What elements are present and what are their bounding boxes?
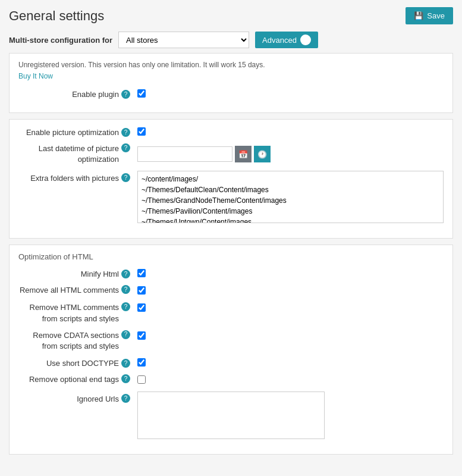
notice-card: Unregistered version. This version has o… — [9, 53, 453, 113]
enable-plugin-row: Enable plugin ? — [18, 89, 444, 99]
remove-all-html-comments-checkbox[interactable] — [137, 286, 146, 295]
extra-folders-label: Extra folders with pictures ? — [18, 171, 137, 184]
html-section-title: Optimization of HTML — [18, 252, 444, 261]
enable-plugin-label: Enable plugin ? — [18, 90, 137, 99]
use-short-doctype-checkbox[interactable] — [137, 358, 146, 367]
store-select[interactable]: All stores — [118, 32, 249, 48]
remove-cdata-row: Remove CDATA sections from scripts and s… — [18, 330, 444, 352]
ignored-urls-help-icon[interactable]: ? — [121, 394, 130, 403]
remove-all-html-comments-label: Remove all HTML comments ? — [18, 285, 137, 296]
use-short-doctype-label: Use short DOCTYPE ? — [18, 359, 137, 368]
minify-html-label: Minify Html ? — [18, 270, 137, 278]
toolbar-row: Multi-store configuration for All stores… — [9, 32, 453, 48]
enable-picture-help-icon[interactable]: ? — [121, 128, 130, 137]
datetime-input[interactable] — [137, 146, 232, 162]
toggle-circle — [300, 35, 311, 45]
minify-html-help-icon[interactable]: ? — [121, 270, 130, 278]
remove-all-html-comments-row: Remove all HTML comments ? — [18, 285, 444, 296]
datetime-help-icon[interactable]: ? — [121, 143, 130, 152]
advanced-button[interactable]: Advanced — [255, 32, 318, 48]
multistore-label: Multi-store configuration for — [9, 36, 112, 45]
remove-optional-end-tags-checkbox[interactable] — [137, 375, 146, 384]
page-header: General settings 💾 Save — [9, 7, 453, 24]
extra-folders-textarea[interactable]: ~/content/images/ ~/Themes/DefaultClean/… — [137, 171, 444, 223]
remove-optional-end-tags-row: Remove optional end tags ? — [18, 374, 444, 386]
remove-cdata-label: Remove CDATA sections from scripts and s… — [18, 330, 137, 352]
remove-cdata-checkbox[interactable] — [137, 331, 146, 340]
page-title: General settings — [9, 8, 104, 24]
picture-card: Enable picture optimization ? Last datet… — [9, 119, 453, 239]
enable-picture-label: Enable picture optimization ? — [18, 128, 137, 137]
remove-cdata-help-icon[interactable]: ? — [121, 330, 130, 339]
ignored-urls-textarea[interactable] — [137, 392, 325, 439]
datetime-label: Last datetime of picture optimization ? — [18, 143, 137, 165]
calendar-button[interactable]: 📅 — [235, 146, 252, 162]
ignored-urls-label: Ignored Urls ? — [18, 392, 137, 405]
extra-folders-control: ~/content/images/ ~/Themes/DefaultClean/… — [137, 171, 444, 225]
minify-html-row: Minify Html ? — [18, 268, 444, 279]
clock-button[interactable]: 🕐 — [254, 146, 271, 162]
html-optimization-card: Optimization of HTML Minify Html ? Remov… — [9, 245, 453, 455]
use-short-doctype-help-icon[interactable]: ? — [121, 359, 130, 368]
minify-html-checkbox[interactable] — [137, 269, 146, 277]
enable-plugin-control — [137, 89, 444, 99]
enable-plugin-checkbox[interactable] — [137, 89, 146, 98]
remove-html-comments-scripts-row: Remove HTML comments from scripts and st… — [18, 302, 444, 324]
buy-link[interactable]: Buy It Now — [18, 72, 53, 80]
enable-picture-checkbox[interactable] — [137, 127, 146, 136]
extra-folders-row: Extra folders with pictures ? ~/content/… — [18, 171, 444, 225]
datetime-row: Last datetime of picture optimization ? … — [18, 143, 444, 165]
ignored-urls-row: Ignored Urls ? — [18, 392, 444, 441]
remove-all-html-comments-help-icon[interactable]: ? — [121, 285, 130, 294]
enable-picture-row: Enable picture optimization ? — [18, 127, 444, 137]
floppy-icon: 💾 — [414, 11, 423, 20]
use-short-doctype-row: Use short DOCTYPE ? — [18, 358, 444, 368]
ignored-urls-control — [137, 392, 444, 441]
extra-folders-help-icon[interactable]: ? — [121, 173, 130, 182]
datetime-control: 📅 🕐 — [137, 146, 444, 162]
remove-html-comments-scripts-label: Remove HTML comments from scripts and st… — [18, 302, 137, 324]
enable-picture-control — [137, 127, 444, 137]
remove-optional-end-tags-help-icon[interactable]: ? — [121, 374, 130, 383]
remove-html-comments-scripts-help-icon[interactable]: ? — [121, 302, 130, 311]
clock-icon: 🕐 — [257, 150, 267, 159]
calendar-icon: 📅 — [238, 150, 248, 159]
enable-plugin-help-icon[interactable]: ? — [121, 90, 130, 99]
notice-text: Unregistered version. This version has o… — [18, 61, 444, 69]
remove-optional-end-tags-label: Remove optional end tags ? — [18, 374, 137, 385]
remove-html-comments-scripts-checkbox[interactable] — [137, 303, 146, 312]
save-button[interactable]: 💾 Save — [406, 7, 453, 24]
